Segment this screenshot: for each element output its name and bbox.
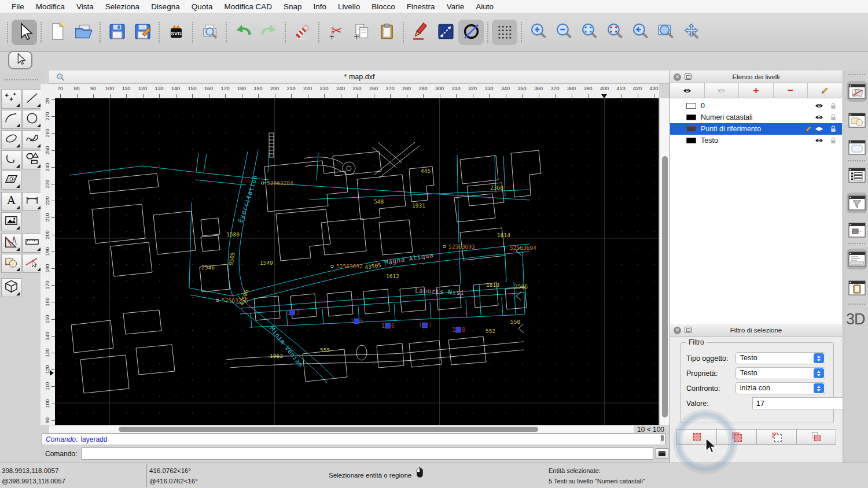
select-new-button[interactable]	[676, 429, 716, 445]
collapse-icon[interactable]	[685, 327, 692, 333]
keyboard-button[interactable]	[656, 448, 668, 459]
layers-window-button[interactable]	[847, 81, 867, 102]
zoom-out-button[interactable]	[551, 20, 576, 45]
horizontal-scrollbar[interactable]	[49, 425, 634, 433]
filter-value-input[interactable]	[752, 397, 843, 409]
layer-lock-icon[interactable]	[830, 137, 836, 144]
drawing-canvas[interactable]: 4452360548193116141580254615499505435064…	[55, 98, 659, 425]
arc-tool[interactable]	[1, 110, 21, 129]
layer-lock-icon[interactable]	[830, 102, 836, 109]
list-window-button[interactable]	[847, 165, 867, 186]
vertical-scrollbar[interactable]	[660, 98, 670, 425]
zoom-window-button[interactable]	[653, 20, 678, 45]
copy-button[interactable]: +	[348, 20, 374, 45]
menu-item-file[interactable]: File	[6, 2, 30, 11]
layer-visibility-icon[interactable]	[815, 126, 823, 132]
collapse-icon[interactable]	[685, 73, 692, 80]
diameter-tool-button[interactable]	[458, 20, 484, 45]
menu-item-livello[interactable]: Livello	[332, 2, 366, 11]
trim-tool[interactable]	[22, 254, 42, 273]
layer-row-numeri-catastali[interactable]: Numeri catastali	[670, 112, 842, 123]
print-preview-button[interactable]	[197, 20, 222, 45]
zoom-selection-button[interactable]	[602, 20, 627, 45]
line-tool[interactable]	[22, 90, 42, 109]
menu-item-blocco[interactable]: Blocco	[366, 2, 401, 11]
redo-button[interactable]	[256, 20, 281, 45]
menu-item-quota[interactable]: Quota	[186, 2, 219, 11]
menu-item-varie[interactable]: Varie	[441, 2, 470, 11]
layer-row-punti-di-riferimento[interactable]: Punti di riferimento	[670, 123, 842, 135]
svg-export-button[interactable]: SVG	[163, 20, 189, 45]
remove-layer-button[interactable]: −	[774, 83, 808, 98]
command-history-scrollbar[interactable]	[660, 434, 664, 444]
menu-item-info[interactable]: Info	[308, 2, 333, 11]
filter-window-button[interactable]	[847, 193, 867, 213]
show-all-layers-button[interactable]	[670, 83, 705, 98]
layer-lock-icon[interactable]	[830, 125, 836, 132]
select-add-button[interactable]	[716, 429, 756, 445]
hide-layers-button[interactable]	[705, 83, 740, 98]
layer-row-0[interactable]: 0	[670, 100, 842, 112]
draw-pencil-button[interactable]	[407, 20, 433, 45]
boolean-shapes-tool[interactable]	[1, 254, 21, 273]
menu-item-modifica-cad[interactable]: Modifica CAD	[218, 2, 278, 11]
menu-item-seleziona[interactable]: Seleziona	[100, 2, 145, 11]
blank-window-button[interactable]	[847, 137, 867, 158]
layer-visibility-icon[interactable]	[815, 103, 823, 109]
close-icon[interactable]: ✕	[674, 327, 681, 334]
select-subtract-button[interactable]	[756, 429, 796, 445]
layer-visibility-icon[interactable]	[815, 114, 823, 120]
undo-button[interactable]	[230, 20, 256, 45]
dimension-tool[interactable]	[22, 192, 42, 211]
cube-3d-tool[interactable]	[1, 278, 21, 297]
save-button[interactable]	[104, 20, 130, 45]
vertical-scrollbar-thumb[interactable]	[662, 156, 668, 417]
comparison-select[interactable]: inizia con	[735, 382, 825, 394]
points-tool[interactable]	[1, 90, 21, 109]
layer-visibility-icon[interactable]	[815, 138, 823, 143]
paste-button[interactable]	[374, 20, 399, 45]
layer-row-testo[interactable]: Testo	[670, 135, 842, 146]
menu-item-finestra[interactable]: Finestra	[401, 2, 441, 11]
add-layer-button[interactable]: +	[739, 83, 774, 98]
open-file-button[interactable]	[71, 20, 96, 45]
clipboard-window-button[interactable]	[847, 278, 867, 298]
pan-button[interactable]	[678, 20, 704, 45]
ruler-tool[interactable]	[22, 234, 42, 253]
cut-button[interactable]: ✂+	[323, 20, 348, 45]
menu-item-modifica[interactable]: Modifica	[30, 2, 71, 11]
curve-tool[interactable]	[1, 150, 21, 169]
blocks-window-button[interactable]	[847, 110, 867, 131]
magnifier-window-button[interactable]	[847, 220, 867, 241]
zoom-in-button[interactable]	[525, 20, 551, 45]
select-intersect-button[interactable]	[796, 429, 836, 445]
zoom-fit-button[interactable]	[576, 20, 602, 45]
eraser-button[interactable]	[289, 20, 315, 45]
menu-item-disegna[interactable]: Disegna	[145, 2, 186, 11]
horizontal-scrollbar-thumb[interactable]	[119, 427, 538, 432]
text-tool[interactable]: A	[1, 192, 21, 211]
document-titlebar[interactable]: * map.dxf	[49, 71, 670, 84]
circle-tool[interactable]	[22, 110, 42, 129]
property-select[interactable]: Testo	[735, 367, 825, 379]
edit-layer-button[interactable]	[808, 83, 842, 98]
zoom-previous-button[interactable]	[627, 20, 653, 45]
layer-edit-pencil-icon[interactable]	[804, 125, 812, 133]
palette-select-arrow-button[interactable]	[8, 51, 32, 69]
image-tool[interactable]	[1, 212, 21, 231]
layer-lock-icon[interactable]	[830, 114, 836, 121]
menu-item-snap[interactable]: Snap	[278, 2, 308, 11]
new-file-button[interactable]	[45, 20, 71, 45]
select-arrow-button[interactable]	[12, 20, 37, 45]
ellipse-tool[interactable]	[1, 130, 21, 149]
line-style-button[interactable]	[433, 20, 458, 45]
command-input[interactable]	[82, 448, 653, 460]
close-icon[interactable]: ✕	[674, 73, 681, 81]
hatch-tool[interactable]	[1, 171, 21, 190]
construction-tool[interactable]	[1, 234, 21, 253]
spline-tool[interactable]	[22, 130, 42, 149]
menu-item-aiuto[interactable]: Aiuto	[470, 2, 499, 11]
command-window-button[interactable]	[847, 249, 867, 269]
shapes-tool[interactable]	[22, 150, 42, 169]
grid-toggle-button[interactable]	[492, 20, 517, 45]
